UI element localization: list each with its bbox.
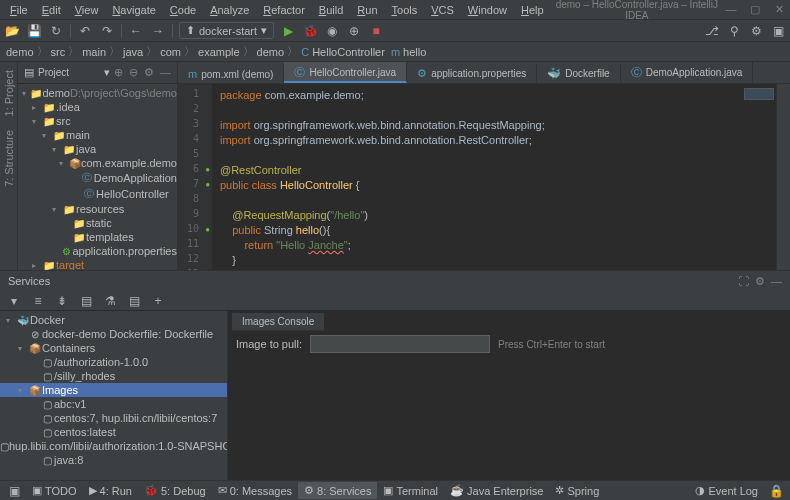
services-tree-node[interactable]: ▢centos:latest: [0, 425, 227, 439]
code-line[interactable]: public String hello(){: [220, 223, 768, 238]
menu-run[interactable]: Run: [351, 2, 383, 18]
error-stripe[interactable]: [776, 84, 790, 270]
event-log[interactable]: ◑ Event Log: [689, 482, 764, 499]
menu-build[interactable]: Build: [313, 2, 349, 18]
crumb[interactable]: main: [82, 46, 106, 58]
run-icon[interactable]: ▶: [280, 23, 296, 39]
expand-all-icon[interactable]: ≡: [30, 293, 46, 309]
status-item[interactable]: ✉0: Messages: [212, 482, 298, 499]
services-tree[interactable]: ▾🐳Docker⊘docker-demo Dockerfile: Dockerf…: [0, 311, 228, 480]
tree-node[interactable]: ▾📁demo D:\project\Gogs\demo: [18, 86, 177, 100]
menu-code[interactable]: Code: [164, 2, 202, 18]
menu-navigate[interactable]: Navigate: [106, 2, 161, 18]
refresh-icon[interactable]: ↻: [48, 23, 64, 39]
editor-tab[interactable]: 🐳Dockerfile: [537, 64, 620, 83]
stop-icon[interactable]: ■: [368, 23, 384, 39]
crumb[interactable]: example: [198, 46, 240, 58]
hide-icon[interactable]: —: [771, 275, 782, 288]
gear-icon[interactable]: ⚙: [144, 66, 154, 79]
services-tree-node[interactable]: ⊘docker-demo Dockerfile: Dockerfile: [0, 327, 227, 341]
services-tree-node[interactable]: ▾🐳Docker: [0, 313, 227, 327]
code-line[interactable]: @RestController: [220, 163, 768, 178]
images-console-tab[interactable]: Images Console: [232, 313, 324, 331]
tree-node[interactable]: 📁templates: [18, 230, 177, 244]
code-line[interactable]: package com.example.demo;: [220, 88, 768, 103]
code-line[interactable]: @RequestMapping("/hello"): [220, 208, 768, 223]
back-icon[interactable]: ←: [128, 23, 144, 39]
maximize-button[interactable]: ▢: [748, 3, 762, 16]
code-line[interactable]: import org.springframework.web.bind.anno…: [220, 118, 768, 133]
crumb[interactable]: java: [123, 46, 143, 58]
tree-node[interactable]: ⒸDemoApplication: [18, 170, 177, 186]
expand-icon[interactable]: ⛶: [738, 275, 749, 288]
filter-icon[interactable]: ▾: [6, 293, 22, 309]
crumb-file[interactable]: m hello: [391, 46, 426, 58]
crumb-file[interactable]: C HelloController: [301, 46, 385, 58]
tree-node[interactable]: ▾📁java: [18, 142, 177, 156]
search-icon[interactable]: ⚲: [726, 23, 742, 39]
gutter-mark-icon[interactable]: ●: [202, 165, 210, 173]
git-icon[interactable]: ⎇: [704, 23, 720, 39]
crumb[interactable]: com: [160, 46, 181, 58]
editor-tab[interactable]: ⒸHelloController.java: [284, 62, 407, 83]
status-menu-icon[interactable]: ▣: [6, 483, 22, 499]
code-line[interactable]: [220, 193, 768, 208]
services-tree-node[interactable]: ▢/authorization-1.0.0: [0, 355, 227, 369]
tree-node[interactable]: ▾📁src: [18, 114, 177, 128]
minimize-button[interactable]: —: [724, 3, 738, 16]
status-item[interactable]: 🐞5: Debug: [138, 482, 212, 499]
tree-node[interactable]: ▾📁main: [18, 128, 177, 142]
code-line[interactable]: [220, 103, 768, 118]
view-icon[interactable]: ▤: [126, 293, 142, 309]
tree-node[interactable]: ▸📁.idea: [18, 100, 177, 114]
locate-icon[interactable]: ⊖: [129, 66, 138, 79]
code-line[interactable]: [220, 268, 768, 270]
run-config-selector[interactable]: ⬆ docker-start ▾: [179, 22, 274, 39]
status-item[interactable]: ⚙8: Services: [298, 482, 377, 499]
status-item[interactable]: ✲Spring: [549, 482, 605, 499]
chevron-down-icon[interactable]: ▾: [104, 66, 110, 79]
editor-tab[interactable]: ⒸDemoApplication.java: [621, 62, 754, 83]
code-line[interactable]: import org.springframework.web.bind.anno…: [220, 133, 768, 148]
services-tree-node[interactable]: ▾📦Containers: [0, 341, 227, 355]
hide-icon[interactable]: —: [160, 66, 171, 79]
coverage-icon[interactable]: ◉: [324, 23, 340, 39]
lock-icon[interactable]: 🔒: [768, 483, 784, 499]
services-title[interactable]: Services: [8, 275, 50, 287]
menu-window[interactable]: Window: [462, 2, 513, 18]
code-line[interactable]: return "Hello Janche";: [220, 238, 768, 253]
close-button[interactable]: ✕: [772, 3, 786, 16]
redo-icon[interactable]: ↷: [99, 23, 115, 39]
gutter-mark-icon[interactable]: ●: [202, 180, 210, 188]
menu-refactor[interactable]: Refactor: [257, 2, 311, 18]
services-tree-node[interactable]: ▾📦Images: [0, 383, 227, 397]
open-icon[interactable]: 📂: [4, 23, 20, 39]
menu-tools[interactable]: Tools: [386, 2, 424, 18]
tree-node[interactable]: ▾📁resources: [18, 202, 177, 216]
save-icon[interactable]: 💾: [26, 23, 42, 39]
editor-tab[interactable]: mpom.xml (demo): [178, 65, 284, 83]
project-panel-title[interactable]: Project: [38, 67, 100, 78]
tree-node[interactable]: ⚙application.properties: [18, 244, 177, 258]
menu-file[interactable]: File: [4, 2, 34, 18]
code-line[interactable]: public class HelloController {: [220, 178, 768, 193]
filter2-icon[interactable]: ⚗: [102, 293, 118, 309]
status-item[interactable]: ▶4: Run: [83, 482, 138, 499]
services-tree-node[interactable]: ▢/silly_rhodes: [0, 369, 227, 383]
crumb[interactable]: demo: [6, 46, 34, 58]
tree-node[interactable]: ⒸHelloController: [18, 186, 177, 202]
gutter-structure[interactable]: 7: Structure: [1, 128, 17, 189]
tree-node[interactable]: ▾📦com.example.demo: [18, 156, 177, 170]
menu-vcs[interactable]: VCS: [425, 2, 460, 18]
services-tree-node[interactable]: ▢centos:7, hup.libii.cn/libii/centos:7: [0, 411, 227, 425]
services-tree-node[interactable]: ▢java:8: [0, 453, 227, 467]
tree-node[interactable]: ▸📁target: [18, 258, 177, 270]
image-pull-input[interactable]: [310, 335, 490, 353]
debug-icon[interactable]: 🐞: [302, 23, 318, 39]
menu-help[interactable]: Help: [515, 2, 550, 18]
menu-edit[interactable]: Edit: [36, 2, 67, 18]
code-line[interactable]: [220, 148, 768, 163]
group-icon[interactable]: ▤: [78, 293, 94, 309]
services-tree-node[interactable]: ▢hup.libii.com/libii/authorization:1.0-S…: [0, 439, 227, 453]
gutter-project[interactable]: 1: Project: [1, 68, 17, 118]
